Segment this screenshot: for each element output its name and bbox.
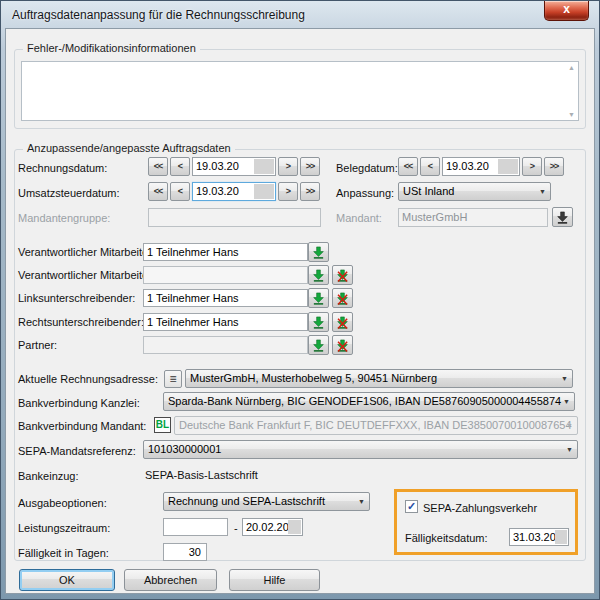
scroll-up-icon[interactable]: ▲: [568, 64, 575, 71]
sepa-mandatsreferenz-label: SEPA-Mandatsreferenz:: [18, 444, 136, 458]
sepa-zahlungsverkehr-checkbox[interactable]: ✓: [405, 500, 418, 513]
ok-button[interactable]: OK: [19, 569, 115, 591]
bank-kanzlei-label: Bankverbindung Kanzlei:: [18, 396, 140, 410]
rechnungsadresse-label: Aktuelle Rechnungsadresse:: [18, 372, 158, 386]
ausgabeoptionen-label: Ausgabeoptionen:: [18, 496, 107, 510]
verantwortlicher-mitarbeiter-field[interactable]: 1 Teilnehmer Hans: [143, 243, 308, 261]
hilfe-button-label: Hilfe: [263, 574, 285, 586]
umsatzsteuerdatum-label: Umsatzsteuerdatum:: [18, 186, 119, 200]
anpassung-combobox[interactable]: USt Inland ▼: [398, 182, 551, 201]
belegdatum-spinner: << < 19.03.20 > >>: [398, 157, 564, 176]
rechnungsdatum-label: Rechnungsdatum:: [18, 161, 107, 175]
linksunterschreibender-entfernen-button[interactable]: [332, 288, 353, 308]
bank-mandant-combobox: Deutsche Bank Frankfurt F, BIC DEUTDEFFX…: [174, 416, 578, 435]
ok-button-label: OK: [59, 574, 75, 586]
info-textarea[interactable]: ▲ ▼: [21, 61, 579, 121]
arrow-down-to-bar-green-icon: [312, 269, 325, 282]
arrow-down-to-bar-dark-icon: [556, 211, 569, 224]
adress-liste-button[interactable]: ≡: [164, 370, 182, 388]
mandantengruppe-field: [148, 208, 321, 227]
group-fehler-info: Fehler-/Modifikationsinformationen ▲ ▼: [14, 49, 586, 129]
arrow-down-crossed-red-icon: [336, 292, 349, 305]
abbrechen-button[interactable]: Abbrechen: [124, 569, 217, 591]
belegdatum-label: Belegdatum:: [336, 161, 398, 175]
mandant-label: Mandant:: [336, 211, 382, 225]
date-mask-tail: [254, 184, 274, 199]
verantwortlicher-mitarbeiter-uebernehmen-button[interactable]: [308, 242, 329, 262]
leistungszeitraum-bis-field[interactable]: 20.02.20: [242, 518, 303, 536]
faelligkeit-tagen-field[interactable]: 30: [163, 543, 207, 561]
rechnungsdatum-field[interactable]: 19.03.20: [192, 157, 276, 176]
rechnungsdatum-first-button[interactable]: <<: [148, 157, 168, 176]
sepa-zahlungsverkehr-label: SEPA-Zahlungsverkehr: [423, 501, 537, 515]
leistungszeitraum-separator: -: [234, 521, 238, 535]
rechtsunterschreibender-uebernehmen-button[interactable]: [308, 312, 329, 332]
arrow-down-to-bar-green-icon: [312, 339, 325, 352]
date-mask-tail: [555, 530, 567, 544]
belegdatum-next-button[interactable]: >: [522, 157, 542, 176]
belegdatum-value: 19.03.20: [446, 158, 489, 175]
verantwortlicher-mitarbeiter2-field[interactable]: [143, 266, 308, 284]
partner-entfernen-button[interactable]: [332, 335, 353, 355]
group-fehler-info-title: Fehler-/Modifikationsinformationen: [23, 42, 200, 54]
partner-label: Partner:: [18, 338, 57, 352]
arrow-down-to-bar-green-icon: [312, 316, 325, 329]
belegdatum-first-button[interactable]: <<: [398, 157, 418, 176]
mandant-uebernehmen-button[interactable]: [552, 207, 573, 227]
bank-kanzlei-combobox[interactable]: Sparda-Bank Nürnberg, BIC GENODEF1S06, I…: [163, 392, 575, 411]
chevron-down-icon: ▼: [566, 441, 573, 458]
verantwortlicher-mitarbeiter2-entfernen-button[interactable]: [332, 265, 353, 285]
dialog-body: Fehler-/Modifikationsinformationen ▲ ▼ A…: [5, 28, 595, 594]
faelligkeitsdatum-field[interactable]: 31.03.20: [509, 528, 569, 546]
leistungszeitraum-label: Leistungszeitraum:: [18, 521, 110, 535]
bl-badge-icon: BL: [154, 417, 171, 433]
date-mask-tail: [254, 159, 274, 174]
rechtsunterschreibender-field[interactable]: 1 Teilnehmer Hans: [143, 313, 308, 331]
linksunterschreibender-field[interactable]: 1 Teilnehmer Hans: [143, 289, 308, 307]
verantwortlicher-mitarbeiter-value: 1 Teilnehmer Hans: [147, 246, 239, 258]
window-title: Auftragsdatenanpassung für die Rechnungs…: [12, 8, 305, 22]
anpassung-value: USt Inland: [403, 185, 454, 197]
dialog-window: Auftragsdatenanpassung für die Rechnungs…: [0, 0, 600, 600]
arrow-down-crossed-red-icon: [336, 316, 349, 329]
umsatzsteuerdatum-field[interactable]: 19.03.20: [192, 182, 276, 201]
arrow-down-to-bar-green-icon: [312, 292, 325, 305]
leistungszeitraum-von-field[interactable]: [163, 518, 228, 536]
chevron-down-icon: ▼: [358, 493, 365, 510]
belegdatum-last-button[interactable]: >>: [544, 157, 564, 176]
umsatzsteuerdatum-last-button[interactable]: >>: [300, 182, 320, 201]
leistungszeitraum-bis-value: 20.02.20: [246, 519, 289, 536]
umsatzsteuerdatum-value: 19.03.20: [196, 183, 239, 200]
linksunterschreibender-label: Linksunterschreibender:: [18, 291, 135, 305]
hilfe-button[interactable]: Hilfe: [229, 569, 320, 591]
rechtsunterschreibender-entfernen-button[interactable]: [332, 312, 353, 332]
belegdatum-prev-button[interactable]: <: [420, 157, 440, 176]
sepa-mandatsreferenz-combobox[interactable]: 101030000001 ▼: [143, 440, 578, 459]
group-auftragsdaten-title: Anzupassende/angepasste Auftragsdaten: [23, 142, 235, 154]
umsatzsteuerdatum-prev-button[interactable]: <: [170, 182, 190, 201]
abbrechen-button-label: Abbrechen: [144, 574, 197, 586]
scroll-down-icon[interactable]: ▼: [568, 111, 575, 118]
close-button[interactable]: x: [544, 1, 589, 21]
partner-uebernehmen-button[interactable]: [308, 335, 329, 355]
bank-mandant-label: Bankverbindung Mandant:: [18, 419, 146, 433]
rechnungsdatum-prev-button[interactable]: <: [170, 157, 190, 176]
sepa-mandatsreferenz-value: 101030000001: [148, 443, 221, 455]
linksunterschreibender-uebernehmen-button[interactable]: [308, 288, 329, 308]
rechnungsdatum-next-button[interactable]: >: [278, 157, 298, 176]
rechtsunterschreibender-label: Rechtsunterschreibender:: [18, 315, 144, 329]
close-icon: x: [563, 2, 570, 16]
rechnungsadresse-combobox[interactable]: MusterGmbH, Musterhobelweg 5, 90451 Nürn…: [185, 369, 573, 388]
date-mask-tail: [288, 520, 301, 534]
sepa-highlight-box: ✓ SEPA-Zahlungsverkehr Fälligkeitsdatum:…: [394, 489, 578, 555]
verantwortlicher-mitarbeiter2-uebernehmen-button[interactable]: [308, 265, 329, 285]
umsatzsteuerdatum-next-button[interactable]: >: [278, 182, 298, 201]
faelligkeit-tagen-value: 30: [189, 546, 201, 558]
belegdatum-field[interactable]: 19.03.20: [442, 157, 520, 176]
linksunterschreibender-value: 1 Teilnehmer Hans: [147, 292, 239, 304]
rechtsunterschreibender-value: 1 Teilnehmer Hans: [147, 316, 239, 328]
ausgabeoptionen-combobox[interactable]: Rechnung und SEPA-Lastschrift ▼: [163, 492, 370, 511]
rechnungsadresse-value: MusterGmbH, Musterhobelweg 5, 90451 Nürn…: [190, 372, 437, 384]
umsatzsteuerdatum-first-button[interactable]: <<: [148, 182, 168, 201]
rechnungsdatum-last-button[interactable]: >>: [300, 157, 320, 176]
